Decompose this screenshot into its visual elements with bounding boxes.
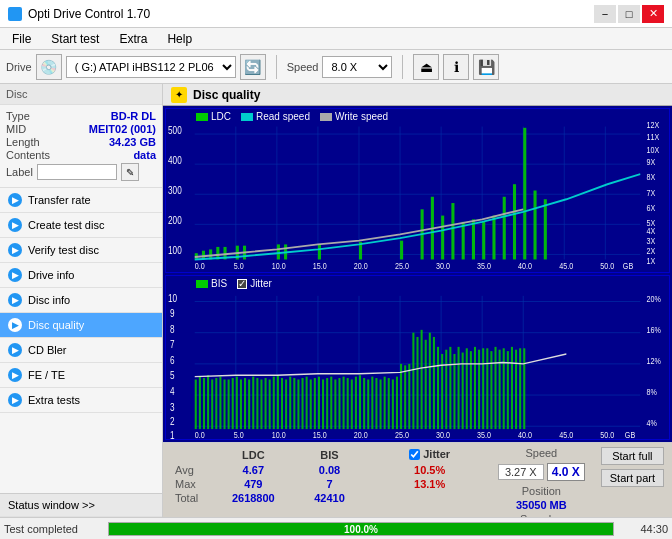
disc-contents-row: Contents data <box>6 149 156 161</box>
svg-rect-101 <box>203 378 205 429</box>
menu-extra[interactable]: Extra <box>111 30 155 48</box>
sidebar-item-verify-test-disc[interactable]: ▶ Verify test disc <box>0 238 162 263</box>
svg-rect-100 <box>199 377 201 429</box>
svg-text:7: 7 <box>170 338 175 351</box>
svg-rect-130 <box>322 379 324 429</box>
titlebar-controls[interactable]: − □ ✕ <box>594 5 664 23</box>
speed-prev-value: 3.27 X <box>498 464 544 480</box>
svg-rect-143 <box>375 378 377 429</box>
app-icon <box>8 7 22 21</box>
info-btn[interactable]: ℹ <box>443 54 469 80</box>
svg-rect-177 <box>515 350 517 429</box>
speed-select[interactable]: 8.0 X <box>322 56 392 78</box>
svg-rect-176 <box>511 347 513 429</box>
svg-rect-166 <box>470 351 472 429</box>
svg-text:12X: 12X <box>646 120 659 130</box>
sidebar-item-fe-te[interactable]: ▶ FE / TE <box>0 363 162 388</box>
svg-text:50.0: 50.0 <box>600 262 614 272</box>
max-row-label: Max <box>171 477 211 491</box>
svg-rect-146 <box>388 378 390 429</box>
drive-select[interactable]: ( G:) ATAPI iHBS112 2 PL06 <box>66 56 236 78</box>
ldc-legend-box <box>196 113 208 121</box>
label-input[interactable] <box>37 164 117 180</box>
avg-ldc: 4.67 <box>211 463 296 477</box>
panel-header: ✦ Disc quality <box>163 84 672 106</box>
sidebar-item-disc-info[interactable]: ▶ Disc info <box>0 288 162 313</box>
svg-rect-179 <box>523 348 525 429</box>
start-full-button[interactable]: Start full <box>601 447 664 465</box>
menu-start-test[interactable]: Start test <box>43 30 107 48</box>
jitter-checkbox-input[interactable] <box>409 449 420 460</box>
sidebar-item-disc-quality[interactable]: ▶ Disc quality <box>0 313 162 338</box>
menu-file[interactable]: File <box>4 30 39 48</box>
sidebar-item-create-test-disc[interactable]: ▶ Create test disc <box>0 213 162 238</box>
sidebar-item-transfer-rate[interactable]: ▶ Transfer rate <box>0 188 162 213</box>
fe-te-icon: ▶ <box>8 368 22 382</box>
drive-icon-btn[interactable]: 💿 <box>36 54 62 80</box>
svg-rect-112 <box>248 379 250 429</box>
svg-text:25.0: 25.0 <box>395 262 409 272</box>
svg-rect-131 <box>326 378 328 429</box>
label-edit-btn[interactable]: ✎ <box>121 163 139 181</box>
svg-rect-161 <box>449 347 451 429</box>
status-window-btn[interactable]: Status window >> <box>0 493 162 517</box>
jitter-legend-label: Jitter <box>250 278 272 289</box>
time-text: 44:30 <box>618 523 668 535</box>
length-value: 34.23 GB <box>109 136 156 148</box>
write-speed-legend-box <box>320 113 332 121</box>
top-chart: LDC Read speed Write speed 500 <box>165 108 670 273</box>
svg-rect-106 <box>223 379 225 429</box>
svg-rect-134 <box>338 378 340 429</box>
svg-text:10: 10 <box>168 291 178 304</box>
svg-rect-154 <box>421 330 423 429</box>
jitter-col-label: Jitter <box>423 448 450 460</box>
label-label: Label <box>6 166 33 178</box>
svg-text:12%: 12% <box>646 355 661 366</box>
svg-rect-120 <box>281 378 283 429</box>
speed-label: Speed <box>287 61 319 73</box>
svg-rect-105 <box>219 377 221 429</box>
speed-section-label: Speed <box>525 447 557 459</box>
read-speed-legend-box <box>241 113 253 121</box>
refresh-drive-btn[interactable]: 🔄 <box>240 54 266 80</box>
svg-text:3: 3 <box>170 400 175 413</box>
svg-text:20.0: 20.0 <box>354 262 368 272</box>
avg-jitter: 10.5% <box>373 463 485 477</box>
sidebar: Disc Type BD-R DL MID MEIT02 (001) Lengt… <box>0 84 163 517</box>
save-btn[interactable]: 💾 <box>473 54 499 80</box>
svg-rect-99 <box>195 379 197 429</box>
maximize-button[interactable]: □ <box>618 5 640 23</box>
svg-rect-128 <box>314 378 316 429</box>
verify-test-disc-label: Verify test disc <box>28 244 99 256</box>
svg-text:45.0: 45.0 <box>559 428 573 439</box>
sidebar-item-cd-bler[interactable]: ▶ CD Bler <box>0 338 162 363</box>
menu-help[interactable]: Help <box>159 30 200 48</box>
svg-rect-0 <box>166 109 669 272</box>
disc-length-row: Length 34.23 GB <box>6 136 156 148</box>
svg-rect-135 <box>343 377 345 429</box>
eject-btn[interactable]: ⏏ <box>413 54 439 80</box>
total-row-label: Total <box>171 491 211 505</box>
sidebar-item-drive-info[interactable]: ▶ Drive info <box>0 263 162 288</box>
svg-text:4%: 4% <box>646 417 657 428</box>
progress-bar-container: 100.0% <box>108 522 614 536</box>
svg-rect-173 <box>499 350 501 429</box>
svg-rect-114 <box>256 378 258 429</box>
svg-text:20.0: 20.0 <box>354 428 368 439</box>
mid-value: MEIT02 (001) <box>89 123 156 135</box>
svg-rect-136 <box>347 378 349 429</box>
svg-text:40.0: 40.0 <box>518 262 532 272</box>
start-part-button[interactable]: Start part <box>601 469 664 487</box>
svg-rect-145 <box>384 377 386 429</box>
samples-label: Samples <box>520 513 563 517</box>
ldc-legend-label: LDC <box>211 111 231 122</box>
disc-quality-icon: ▶ <box>8 318 22 332</box>
write-speed-legend: Write speed <box>320 111 388 122</box>
sidebar-item-extra-tests[interactable]: ▶ Extra tests <box>0 388 162 413</box>
svg-text:1X: 1X <box>646 257 655 267</box>
minimize-button[interactable]: − <box>594 5 616 23</box>
close-button[interactable]: ✕ <box>642 5 664 23</box>
svg-text:8X: 8X <box>646 173 655 183</box>
svg-text:3X: 3X <box>646 237 655 247</box>
jitter-legend: ✓ Jitter <box>237 278 272 289</box>
